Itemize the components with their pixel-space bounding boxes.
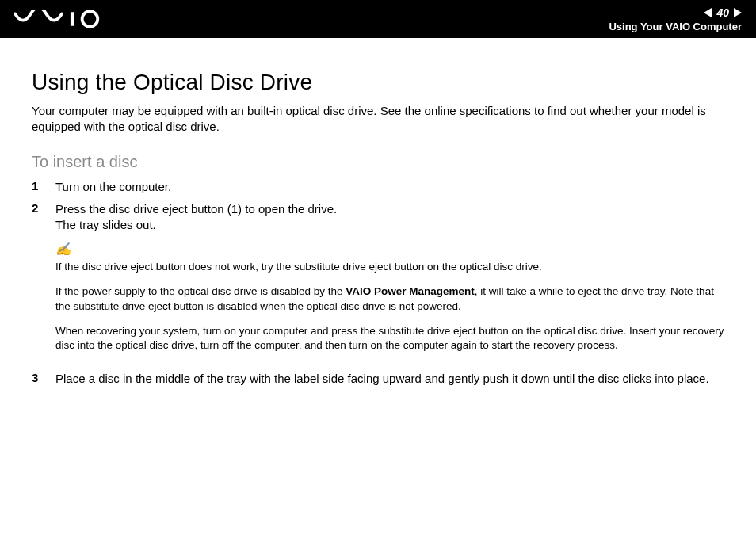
- header-right: 40 Using Your VAIO Computer: [609, 6, 742, 32]
- note-bold: VAIO Power Management: [346, 285, 475, 297]
- note-text: If the power supply to the optical disc …: [55, 284, 724, 315]
- step-line: The tray slides out.: [55, 217, 724, 233]
- step-text: Turn on the computer.: [55, 179, 724, 195]
- vaio-logo: [14, 0, 109, 38]
- svg-point-1: [82, 11, 98, 27]
- intro-paragraph: Your computer may be equipped with an bu…: [32, 103, 724, 135]
- steps-list: 1 Turn on the computer. 2 Press the disc…: [32, 179, 724, 387]
- subheading: To insert a disc: [32, 153, 724, 171]
- next-page-arrow-icon[interactable]: [734, 8, 742, 17]
- page-number: 40: [716, 6, 729, 19]
- page-navigator: 40: [704, 6, 742, 19]
- step-text: Place a disc in the middle of the tray w…: [55, 371, 724, 387]
- prev-page-arrow-icon[interactable]: [704, 8, 712, 17]
- step-number: 3: [32, 371, 43, 387]
- step-text: Press the disc drive eject button (1) to…: [55, 201, 724, 365]
- page-header: 40 Using Your VAIO Computer: [0, 0, 756, 38]
- note-fragment: If the power supply to the optical disc …: [55, 285, 346, 297]
- page-content: Using the Optical Disc Drive Your comput…: [0, 38, 756, 387]
- step-number: 1: [32, 179, 43, 195]
- step-item: 3 Place a disc in the middle of the tray…: [32, 371, 724, 387]
- vaio-logo-svg: [14, 10, 109, 28]
- step-item: 2 Press the disc drive eject button (1) …: [32, 201, 724, 365]
- note-text: When recovering your system, turn on you…: [55, 324, 724, 354]
- note-block: ✍ If the disc drive eject button does no…: [55, 241, 724, 353]
- note-text: If the disc drive eject button does not …: [55, 260, 724, 275]
- page-title: Using the Optical Disc Drive: [32, 70, 724, 95]
- step-item: 1 Turn on the computer.: [32, 179, 724, 195]
- section-label: Using Your VAIO Computer: [609, 21, 742, 32]
- step-number: 2: [32, 201, 43, 365]
- step-line: Press the disc drive eject button (1) to…: [55, 201, 724, 217]
- note-icon: ✍: [55, 241, 71, 258]
- svg-rect-0: [71, 12, 74, 25]
